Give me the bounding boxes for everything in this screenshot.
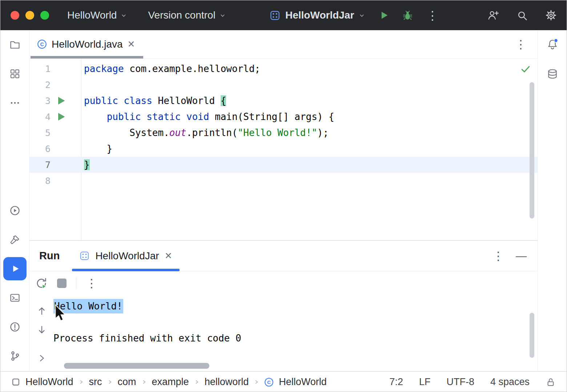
scroll-down-button[interactable] xyxy=(36,324,47,336)
window-minimize-button[interactable] xyxy=(25,11,34,20)
code-line-3[interactable]: 3public class HelloWorld { xyxy=(29,93,538,109)
code-line-8[interactable]: 8 xyxy=(29,173,538,189)
project-icon xyxy=(11,377,20,387)
code-with-me-button[interactable] xyxy=(487,9,499,21)
search-icon xyxy=(516,9,528,21)
line-number[interactable]: 2 xyxy=(29,80,51,90)
code-text[interactable] xyxy=(82,77,538,93)
scroll-up-button[interactable] xyxy=(36,305,47,317)
run-panel-options-button[interactable]: ⋮ xyxy=(492,249,504,263)
run-panel-title: Run xyxy=(39,250,60,262)
run-line-icon[interactable] xyxy=(56,112,66,122)
statusbar-right: 7:2 LF UTF-8 4 spaces xyxy=(389,376,556,388)
code-text[interactable]: public static void main(String[] args) { xyxy=(82,109,538,125)
run-tool-window-button[interactable] xyxy=(3,257,27,280)
build-tool-button[interactable] xyxy=(9,234,21,245)
caret-position[interactable]: 7:2 xyxy=(389,376,403,388)
terminal-tool-button[interactable] xyxy=(9,292,21,304)
code-line-5[interactable]: 5 System.out.println("Hello World!"); xyxy=(29,125,538,141)
window-zoom-button[interactable] xyxy=(40,11,49,20)
debug-button[interactable] xyxy=(402,10,413,21)
more-actions-button[interactable]: ⋮ xyxy=(426,9,438,21)
close-tab-icon[interactable]: ✕ xyxy=(128,40,135,49)
line-number[interactable]: 8 xyxy=(29,176,51,186)
breadcrumb-chevron-icon xyxy=(141,379,147,385)
line-number[interactable]: 1 xyxy=(29,64,51,74)
line-separator[interactable]: LF xyxy=(419,376,431,388)
console-line[interactable]: Hello World! xyxy=(53,298,241,314)
line-number[interactable]: 4 xyxy=(29,112,51,122)
file-encoding[interactable]: UTF-8 xyxy=(446,376,474,388)
more-tool-windows-button[interactable] xyxy=(9,97,21,109)
console-line[interactable]: Process finished with exit code 0 xyxy=(53,330,241,346)
inspections-ok-icon[interactable] xyxy=(520,64,531,75)
code-text[interactable]: } xyxy=(82,141,538,157)
run-line-icon[interactable] xyxy=(56,96,66,106)
console-vertical-scrollbar[interactable] xyxy=(530,313,534,358)
console-options-button[interactable]: ⋮ xyxy=(86,276,97,290)
run-tab-label: HelloWorldJar xyxy=(95,250,159,262)
code-line-4[interactable]: 4 public static void main(String[] args)… xyxy=(29,109,538,125)
file-lock-button[interactable] xyxy=(546,377,556,387)
vcs-menu[interactable]: Version control xyxy=(148,9,225,21)
code-editor[interactable]: 1package com.example.helloworld;23public… xyxy=(29,59,538,240)
left-tool-stripe xyxy=(0,30,29,371)
code-line-2[interactable]: 2 xyxy=(29,77,538,93)
gutter xyxy=(51,96,82,106)
console[interactable]: Hello World!Process finished with exit c… xyxy=(29,295,538,371)
breadcrumb-item[interactable]: helloworld xyxy=(205,376,249,388)
breadcrumb-item[interactable]: src xyxy=(89,376,102,388)
chevron-down-icon xyxy=(121,12,127,19)
breadcrumb-item[interactable]: HelloWorld xyxy=(279,376,327,388)
line-number[interactable]: 6 xyxy=(29,144,51,154)
code-text[interactable]: } xyxy=(82,157,538,173)
line-number[interactable]: 7 xyxy=(29,160,51,170)
titlebar-right-actions xyxy=(487,0,557,30)
project-menu[interactable]: HelloWorld xyxy=(67,9,127,21)
structure-icon xyxy=(9,68,21,80)
code-text[interactable]: public class HelloWorld { xyxy=(82,93,538,109)
console-output[interactable]: Hello World!Process finished with exit c… xyxy=(53,295,241,371)
window-close-button[interactable] xyxy=(11,11,19,20)
run-tab-helloworldjar[interactable]: HelloWorldJar ✕ xyxy=(72,241,179,271)
svg-text:C: C xyxy=(40,41,44,47)
breadcrumb-item[interactable]: example xyxy=(152,376,189,388)
arrow-down-icon xyxy=(36,324,47,335)
breadcrumb-item[interactable]: com xyxy=(118,376,136,388)
database-tool-button[interactable] xyxy=(547,68,558,80)
notifications-button[interactable] xyxy=(547,38,558,50)
search-everywhere-button[interactable] xyxy=(516,9,528,21)
code-line-1[interactable]: 1package com.example.helloworld; xyxy=(29,61,538,77)
code-text[interactable]: System.out.println("Hello World!"); xyxy=(82,125,538,141)
run-button[interactable] xyxy=(378,10,389,21)
run-config-selector[interactable]: HelloWorldJar xyxy=(269,9,365,21)
problems-tool-button[interactable] xyxy=(9,321,21,333)
run-config-app-icon xyxy=(269,10,281,21)
project-menu-label: HelloWorld xyxy=(67,9,117,21)
right-tool-stripe xyxy=(538,30,567,371)
line-number[interactable]: 5 xyxy=(29,128,51,138)
code-text[interactable]: package com.example.helloworld; xyxy=(82,61,538,77)
console-horizontal-scrollbar[interactable] xyxy=(64,363,209,369)
services-tool-button[interactable] xyxy=(9,205,21,216)
gutter xyxy=(51,112,82,122)
editor-scrollbar[interactable] xyxy=(530,82,534,219)
tab-options-button[interactable]: ⋮ xyxy=(515,37,527,51)
indent-style[interactable]: 4 spaces xyxy=(490,376,530,388)
expand-gutter-button[interactable] xyxy=(36,353,47,365)
code-text[interactable] xyxy=(82,173,538,189)
rerun-button[interactable] xyxy=(35,277,48,289)
console-line[interactable] xyxy=(53,314,241,330)
project-tool-button[interactable] xyxy=(9,39,21,51)
code-line-7[interactable]: 7} xyxy=(29,157,538,173)
stop-button[interactable] xyxy=(57,279,67,288)
breadcrumb-item[interactable]: HelloWorld xyxy=(25,376,73,388)
line-number[interactable]: 3 xyxy=(29,96,51,106)
code-line-6[interactable]: 6 } xyxy=(29,141,538,157)
structure-tool-button[interactable] xyxy=(9,68,21,80)
settings-button[interactable] xyxy=(545,9,557,21)
hide-tool-window-button[interactable]: — xyxy=(516,250,527,262)
version-control-tool-button[interactable] xyxy=(9,350,21,362)
close-run-tab-icon[interactable]: ✕ xyxy=(165,251,172,260)
editor-tab-helloworld-java[interactable]: C HelloWorld.java ✕ xyxy=(31,30,143,58)
